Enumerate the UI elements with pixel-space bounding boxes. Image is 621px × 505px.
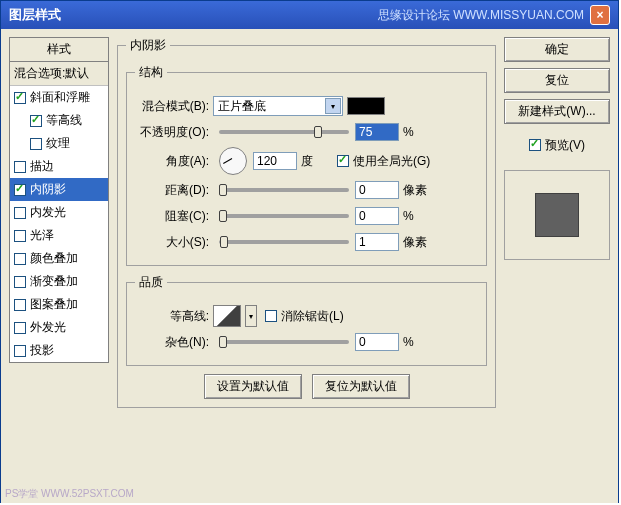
style-row-6[interactable]: 光泽: [10, 224, 108, 247]
quality-legend: 品质: [135, 274, 167, 291]
structure-fieldset: 结构 混合模式(B): 正片叠底 ▾ 不透明度(O): 75 %: [126, 64, 487, 266]
style-checkbox[interactable]: [30, 115, 42, 127]
reset-default-button[interactable]: 复位为默认值: [312, 374, 410, 399]
make-default-button[interactable]: 设置为默认值: [204, 374, 302, 399]
style-checkbox[interactable]: [14, 184, 26, 196]
antialias-label: 消除锯齿(L): [281, 308, 344, 325]
style-checkbox[interactable]: [14, 322, 26, 334]
style-row-1[interactable]: 等高线: [10, 109, 108, 132]
forum-watermark: 思缘设计论坛 WWW.MISSYUAN.COM: [378, 7, 584, 24]
contour-label: 等高线:: [135, 308, 213, 325]
opacity-label: 不透明度(O):: [135, 124, 213, 141]
right-panel: 确定 复位 新建样式(W)... 预览(V): [504, 37, 610, 495]
style-checkbox[interactable]: [30, 138, 42, 150]
style-row-4[interactable]: 内阴影: [10, 178, 108, 201]
style-row-8[interactable]: 渐变叠加: [10, 270, 108, 293]
layer-style-dialog: 图层样式 思缘设计论坛 WWW.MISSYUAN.COM × 样式 混合选项:默…: [0, 0, 619, 503]
shadow-color-swatch[interactable]: [347, 97, 385, 115]
style-label: 内阴影: [30, 181, 66, 198]
preview-area: [504, 170, 610, 260]
angle-input[interactable]: 120: [253, 152, 297, 170]
noise-slider[interactable]: [219, 340, 349, 344]
noise-input[interactable]: 0: [355, 333, 399, 351]
style-label: 光泽: [30, 227, 54, 244]
style-row-5[interactable]: 内发光: [10, 201, 108, 224]
style-checkbox[interactable]: [14, 345, 26, 357]
style-label: 纹理: [46, 135, 70, 152]
choke-slider[interactable]: [219, 214, 349, 218]
style-row-0[interactable]: 斜面和浮雕: [10, 86, 108, 109]
style-label: 外发光: [30, 319, 66, 336]
noise-label: 杂色(N):: [135, 334, 213, 351]
style-row-3[interactable]: 描边: [10, 155, 108, 178]
distance-input[interactable]: 0: [355, 181, 399, 199]
distance-slider[interactable]: [219, 188, 349, 192]
style-label: 描边: [30, 158, 54, 175]
preview-swatch: [535, 193, 579, 237]
opacity-slider[interactable]: [219, 130, 349, 134]
angle-label: 角度(A):: [135, 153, 213, 170]
contour-dropdown[interactable]: ▾: [245, 305, 257, 327]
blend-options-row[interactable]: 混合选项:默认: [10, 62, 108, 86]
ok-button[interactable]: 确定: [504, 37, 610, 62]
angle-unit: 度: [301, 153, 329, 170]
effect-fieldset: 内阴影 结构 混合模式(B): 正片叠底 ▾ 不透明度(O):: [117, 37, 496, 408]
angle-dial[interactable]: [219, 147, 247, 175]
style-row-10[interactable]: 外发光: [10, 316, 108, 339]
size-slider[interactable]: [219, 240, 349, 244]
styles-header[interactable]: 样式: [9, 37, 109, 61]
titlebar[interactable]: 图层样式 思缘设计论坛 WWW.MISSYUAN.COM ×: [1, 1, 618, 29]
quality-fieldset: 品质 等高线: ▾ 消除锯齿(L) 杂色(N): 0 %: [126, 274, 487, 366]
opacity-input[interactable]: 75: [355, 123, 399, 141]
style-row-11[interactable]: 投影: [10, 339, 108, 362]
opacity-unit: %: [403, 125, 431, 139]
settings-panel: 内阴影 结构 混合模式(B): 正片叠底 ▾ 不透明度(O):: [117, 37, 496, 495]
window-title: 图层样式: [9, 6, 378, 24]
antialias-checkbox[interactable]: [265, 310, 277, 322]
chevron-down-icon: ▾: [325, 98, 341, 114]
blend-mode-select[interactable]: 正片叠底 ▾: [213, 96, 343, 116]
close-button[interactable]: ×: [590, 5, 610, 25]
style-label: 颜色叠加: [30, 250, 78, 267]
distance-label: 距离(D):: [135, 182, 213, 199]
global-light-checkbox[interactable]: [337, 155, 349, 167]
choke-input[interactable]: 0: [355, 207, 399, 225]
new-style-button[interactable]: 新建样式(W)...: [504, 99, 610, 124]
style-label: 等高线: [46, 112, 82, 129]
style-label: 斜面和浮雕: [30, 89, 90, 106]
style-checkbox[interactable]: [14, 230, 26, 242]
preview-label: 预览(V): [545, 137, 585, 154]
size-input[interactable]: 1: [355, 233, 399, 251]
noise-unit: %: [403, 335, 431, 349]
style-row-7[interactable]: 颜色叠加: [10, 247, 108, 270]
style-checkbox[interactable]: [14, 161, 26, 173]
choke-unit: %: [403, 209, 431, 223]
size-label: 大小(S):: [135, 234, 213, 251]
style-label: 图案叠加: [30, 296, 78, 313]
distance-unit: 像素: [403, 182, 431, 199]
styles-panel: 样式 混合选项:默认斜面和浮雕等高线纹理描边内阴影内发光光泽颜色叠加渐变叠加图案…: [9, 37, 109, 495]
style-checkbox[interactable]: [14, 253, 26, 265]
watermark: PS学堂 WWW.52PSXT.COM: [1, 485, 138, 503]
style-label: 投影: [30, 342, 54, 359]
effect-title: 内阴影: [126, 37, 170, 54]
style-label: 渐变叠加: [30, 273, 78, 290]
style-checkbox[interactable]: [14, 276, 26, 288]
choke-label: 阻塞(C):: [135, 208, 213, 225]
style-checkbox[interactable]: [14, 92, 26, 104]
global-light-label: 使用全局光(G): [353, 153, 430, 170]
size-unit: 像素: [403, 234, 431, 251]
preview-checkbox[interactable]: [529, 139, 541, 151]
structure-legend: 结构: [135, 64, 167, 81]
style-checkbox[interactable]: [14, 299, 26, 311]
contour-picker[interactable]: [213, 305, 241, 327]
style-row-9[interactable]: 图案叠加: [10, 293, 108, 316]
blend-mode-label: 混合模式(B):: [135, 98, 213, 115]
style-label: 内发光: [30, 204, 66, 221]
style-row-2[interactable]: 纹理: [10, 132, 108, 155]
style-checkbox[interactable]: [14, 207, 26, 219]
cancel-button[interactable]: 复位: [504, 68, 610, 93]
